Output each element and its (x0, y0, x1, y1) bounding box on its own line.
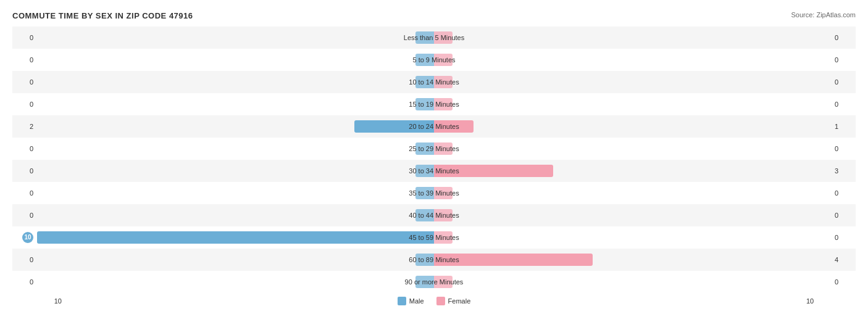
female-label: Female (448, 297, 471, 305)
bar-row: 025 to 29 Minutes0 (12, 138, 856, 160)
bar-section: 5 to 9 Minutes (37, 49, 831, 71)
female-bar (434, 54, 453, 66)
male-bar (37, 231, 434, 244)
bar-section: 15 to 19 Minutes (37, 93, 831, 115)
axis-left-label: 10 (37, 297, 62, 305)
male-bar (415, 187, 434, 199)
male-bar (415, 54, 434, 66)
left-value: 0 (12, 78, 37, 86)
legend-row: 10 Male Female 10 (12, 297, 856, 305)
female-bar (434, 187, 453, 199)
bar-section: 35 to 39 Minutes (37, 182, 831, 204)
male-bar (415, 31, 434, 44)
left-value: 0 (12, 167, 37, 175)
male-bar (415, 209, 434, 221)
female-swatch (436, 297, 445, 305)
female-bar (434, 120, 474, 133)
bar-section: 25 to 29 Minutes (37, 138, 831, 160)
right-value: 0 (831, 34, 856, 41)
bar-section: 60 to 89 Minutes (37, 249, 831, 271)
bar-section: 45 to 59 Minutes (37, 226, 831, 249)
bar-row: 090 or more Minutes0 (12, 271, 856, 293)
bar-row: 015 to 19 Minutes0 (12, 93, 856, 115)
female-bar (434, 231, 453, 244)
bar-row: 05 to 9 Minutes0 (12, 49, 856, 71)
bar-section: 40 to 44 Minutes (37, 204, 831, 226)
male-bar (415, 165, 434, 177)
male-bar (415, 98, 434, 110)
female-bar (434, 209, 453, 221)
right-value: 0 (831, 212, 856, 219)
chart-area: 0Less than 5 Minutes005 to 9 Minutes0010… (12, 27, 856, 293)
left-value: 2 (12, 123, 37, 130)
bar-section: 10 to 14 Minutes (37, 71, 831, 93)
female-bar (434, 76, 453, 88)
left-value: 0 (12, 34, 37, 41)
male-bar (415, 254, 434, 266)
right-value: 1 (831, 123, 856, 130)
bar-row: 0Less than 5 Minutes0 (12, 27, 856, 49)
axis-right-label: 10 (806, 297, 831, 305)
left-value: 0 (12, 145, 37, 152)
legend-female: Female (436, 297, 471, 305)
right-value: 4 (831, 256, 856, 263)
bar-row: 060 to 89 Minutes4 (12, 249, 856, 271)
left-value: 10 (12, 232, 37, 243)
female-bar (434, 31, 453, 44)
right-value: 0 (831, 56, 856, 64)
female-bar (434, 254, 593, 266)
bar-row: 1045 to 59 Minutes0 (12, 226, 856, 249)
source-text: Source: ZipAtlas.com (791, 11, 856, 19)
left-value: 0 (12, 212, 37, 219)
female-bar (434, 276, 453, 288)
bar-row: 220 to 24 Minutes1 (12, 115, 856, 138)
bar-section: 90 or more Minutes (37, 271, 831, 293)
left-value: 0 (12, 56, 37, 64)
chart-title: COMMUTE TIME BY SEX IN ZIP CODE 47916 (12, 11, 193, 20)
bar-row: 010 to 14 Minutes0 (12, 71, 856, 93)
legend-items: Male Female (62, 297, 806, 305)
male-bar (415, 76, 434, 88)
male-bar (415, 276, 434, 288)
right-value: 0 (831, 78, 856, 86)
legend-male: Male (398, 297, 424, 305)
female-bar (434, 142, 453, 155)
male-swatch (398, 297, 406, 305)
right-value: 0 (831, 278, 856, 286)
right-value: 0 (831, 101, 856, 108)
male-bar (415, 142, 434, 155)
bar-section: Less than 5 Minutes (37, 27, 831, 49)
right-value: 0 (831, 234, 856, 241)
bar-row: 035 to 39 Minutes0 (12, 182, 856, 204)
female-bar (434, 98, 453, 110)
bar-row: 030 to 34 Minutes3 (12, 160, 856, 182)
bar-row: 040 to 44 Minutes0 (12, 204, 856, 226)
right-value: 0 (831, 145, 856, 152)
male-label: Male (409, 297, 424, 305)
title-row: COMMUTE TIME BY SEX IN ZIP CODE 47916 So… (12, 11, 856, 20)
left-value: 0 (12, 101, 37, 108)
right-value: 3 (831, 167, 856, 175)
chart-container: COMMUTE TIME BY SEX IN ZIP CODE 47916 So… (0, 0, 868, 322)
female-bar (434, 165, 553, 177)
male-bar (354, 120, 434, 133)
left-value: 0 (12, 256, 37, 263)
right-value: 0 (831, 189, 856, 197)
left-value: 0 (12, 189, 37, 197)
bar-section: 20 to 24 Minutes (37, 115, 831, 138)
bar-section: 30 to 34 Minutes (37, 160, 831, 182)
left-value: 0 (12, 278, 37, 286)
